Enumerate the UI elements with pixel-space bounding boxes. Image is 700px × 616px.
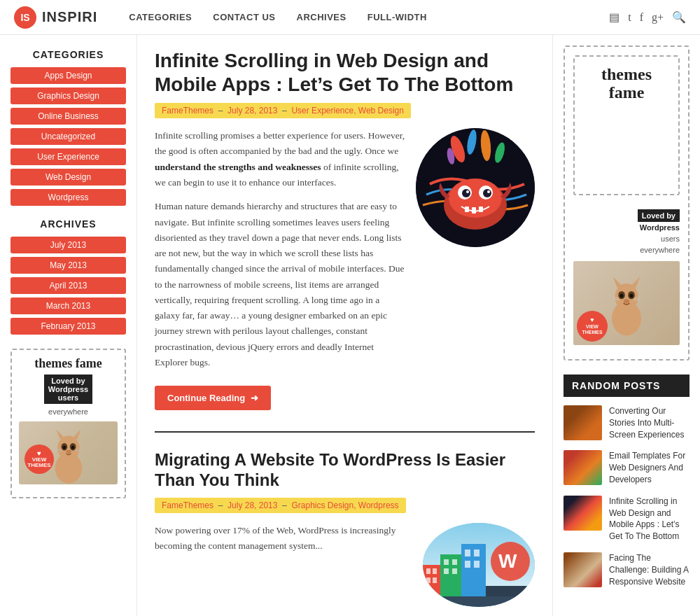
- right-sidebar: themesfame Loved by Wordpress users ever…: [553, 35, 700, 616]
- article-2-text: Now powering over 17% of the Web, WordPr…: [155, 523, 412, 607]
- nav-categories[interactable]: CATEGORIES: [118, 12, 202, 22]
- monster-art-svg: [416, 128, 535, 247]
- categories-title: CATEGORIES: [10, 49, 126, 60]
- svg-point-26: [487, 190, 490, 193]
- svg-rect-34: [433, 568, 437, 574]
- sidebar-ad: themes fame Loved by Wordpress users eve…: [10, 349, 126, 498]
- svg-rect-38: [444, 559, 449, 565]
- article-1-tags: User Experience, Web Design: [291, 106, 404, 115]
- tag-graphics-design[interactable]: Graphics Design: [10, 88, 126, 104]
- svg-rect-46: [474, 561, 479, 568]
- archives-title: ARCHIVES: [10, 218, 126, 230]
- article-1-title: Infinite Scrolling in Web Design and Mob…: [155, 49, 535, 96]
- rp-thumb-3: [564, 496, 602, 531]
- logo-text: INSPIRI: [42, 9, 97, 25]
- sidebar-ad-loved: Loved by Wordpress users: [44, 374, 92, 404]
- search-icon[interactable]: 🔍: [672, 10, 686, 24]
- svg-rect-50: [423, 596, 535, 607]
- svg-point-6: [62, 445, 65, 449]
- right-ad: themesfame Loved by Wordpress users ever…: [564, 46, 690, 360]
- article-divider: [155, 431, 535, 433]
- right-ad-loved: Loved by: [638, 209, 680, 222]
- random-post-3: Infinite Scrolling in Web Design and Mob…: [564, 496, 690, 542]
- tag-uncategorized[interactable]: Uncategorized: [10, 128, 126, 145]
- random-post-2: Email Templates For Web Designers And De…: [564, 450, 690, 485]
- svg-point-8: [66, 449, 71, 453]
- page-wrap: CATEGORIES Apps Design Graphics Design O…: [0, 35, 700, 616]
- archive-february[interactable]: February 2013: [10, 318, 126, 335]
- article-2-date: July 28, 2013: [227, 500, 277, 510]
- archive-march[interactable]: March 2013: [10, 298, 126, 314]
- nav-archives[interactable]: ARCHIVES: [286, 12, 357, 22]
- sidebar-ad-themes: themes fame: [19, 357, 118, 371]
- nav-contact[interactable]: CONTACT US: [202, 12, 286, 22]
- sidebar-ad-cat-image: ♥ VIEW THEMES: [19, 421, 118, 484]
- rss-icon[interactable]: ▤: [609, 10, 620, 24]
- svg-rect-36: [433, 578, 437, 583]
- svg-point-58: [630, 294, 634, 298]
- nav-links: CATEGORIES CONTACT US ARCHIVES FULL-WIDT…: [118, 12, 609, 22]
- article-1-image: [416, 128, 535, 247]
- rp-thumb-2: [564, 450, 602, 485]
- tag-wordpress[interactable]: Wordpress: [10, 189, 126, 206]
- logo-icon: IS: [14, 6, 36, 29]
- logo[interactable]: IS INSPIRI: [14, 6, 97, 29]
- sidebar-ad-everywhere: everywhere: [19, 407, 118, 416]
- article-2-image: W: [423, 523, 535, 607]
- tag-online-business[interactable]: Online Business: [10, 108, 126, 125]
- right-ad-wordpress: Wordpress: [640, 223, 680, 232]
- svg-text:W: W: [498, 550, 517, 572]
- archive-april[interactable]: April 2013: [10, 277, 126, 294]
- city-art-svg: W: [423, 523, 535, 607]
- article-2-body: Now powering over 17% of the Web, WordPr…: [155, 523, 535, 607]
- article-2-author: FameThemes: [162, 500, 214, 510]
- article-1-meta: FameThemes – July 28, 2013 – User Experi…: [155, 103, 411, 118]
- archive-may[interactable]: May 2013: [10, 257, 126, 274]
- article-1-text: Infinite scrolling promises a better exp…: [155, 128, 405, 379]
- nav-icons: ▤ t f g+ 🔍: [609, 10, 686, 24]
- twitter-icon[interactable]: t: [628, 11, 631, 24]
- svg-rect-40: [444, 568, 449, 574]
- svg-rect-35: [426, 578, 430, 583]
- article-1-intro: Infinite scrolling promises a better exp…: [155, 128, 405, 190]
- svg-rect-33: [426, 568, 430, 574]
- svg-rect-32: [423, 565, 440, 607]
- article-1-date: July 28, 2013: [227, 106, 277, 115]
- continue-reading-btn[interactable]: Continue Reading ➜: [155, 386, 271, 410]
- rp-title-4[interactable]: Facing The Challenge: Building A Respons…: [609, 552, 690, 587]
- random-posts-title: RANDOM POSTS: [564, 374, 690, 397]
- svg-point-7: [71, 445, 74, 449]
- svg-rect-27: [465, 206, 469, 212]
- svg-point-57: [620, 294, 624, 298]
- rp-title-3[interactable]: Infinite Scrolling in Web Design and Mob…: [609, 496, 690, 542]
- right-view-themes-btn[interactable]: ♥ VIEW THEMES: [577, 311, 608, 342]
- facebook-icon[interactable]: f: [640, 11, 643, 24]
- svg-rect-43: [465, 550, 470, 556]
- article-1-author: FameThemes: [162, 106, 214, 115]
- archive-july[interactable]: July 2013: [10, 237, 126, 253]
- sidebar-view-themes-btn[interactable]: ♥ VIEW THEMES: [24, 444, 54, 474]
- rp-thumb-4: [564, 552, 602, 587]
- archives-section: ARCHIVES July 2013 May 2013 April 2013 M…: [10, 218, 126, 335]
- arrow-icon: ➜: [251, 393, 258, 403]
- tag-user-experience[interactable]: User Experience: [10, 148, 126, 165]
- rp-thumb-1: [564, 405, 602, 440]
- svg-rect-28: [472, 207, 476, 214]
- svg-rect-44: [474, 550, 479, 556]
- svg-rect-45: [465, 561, 470, 568]
- svg-point-1: [57, 435, 80, 460]
- svg-point-52: [615, 284, 638, 311]
- svg-point-23: [462, 189, 470, 197]
- svg-point-25: [466, 190, 469, 193]
- tag-apps-design[interactable]: Apps Design: [10, 67, 126, 84]
- right-ad-cat-svg: [602, 268, 651, 338]
- googleplus-icon[interactable]: g+: [652, 11, 664, 24]
- rp-title-1[interactable]: Converting Our Stories Into Multi-Screen…: [609, 405, 690, 440]
- random-post-4: Facing The Challenge: Building A Respons…: [564, 552, 690, 587]
- article-1-body-text: Human nature demands hierarchy and struc…: [155, 199, 405, 370]
- right-ad-everywhere: everywhere: [640, 246, 680, 254]
- rp-title-2[interactable]: Email Templates For Web Designers And De…: [609, 450, 690, 485]
- nav-fullwidth[interactable]: FULL-WIDTH: [357, 12, 438, 22]
- svg-point-24: [483, 189, 491, 197]
- tag-web-design[interactable]: Web Design: [10, 169, 126, 186]
